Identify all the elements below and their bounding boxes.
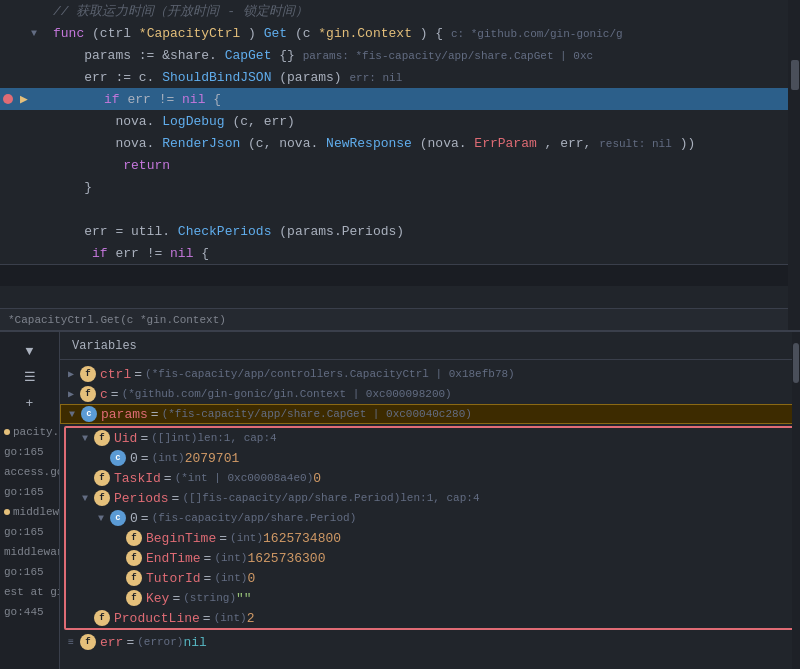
expand-arrow[interactable]: ▼ — [98, 513, 110, 524]
variable-row-ctrl[interactable]: ▶ f ctrl = (*fis-capacity/app/controller… — [60, 364, 800, 384]
var-type-icon: c — [110, 510, 126, 526]
variable-row-periods[interactable]: ▼ f Periods = ([]fis-capacity/app/share.… — [66, 488, 794, 508]
variables-content: ▶ f ctrl = (*fis-capacity/app/controller… — [60, 360, 800, 656]
debug-file-item[interactable]: access.go: — [0, 462, 59, 482]
code-content: } — [45, 180, 800, 195]
code-line: return — [0, 154, 800, 176]
expand-arrow[interactable]: ▶ — [68, 388, 80, 400]
variables-header: Variables — [60, 332, 800, 360]
debugger-panel: ▼ ☰ + pacity.go: go:165 access.go: go:16… — [0, 330, 800, 669]
variable-row-periods-0[interactable]: ▼ c 0 = (fis-capacity/app/share.Period) — [66, 508, 794, 528]
code-content: err = util. CheckPeriods (params.Periods… — [45, 224, 800, 239]
code-line-highlighted: ▶ if err != nil { — [0, 88, 800, 110]
debug-file-item[interactable]: est at gin. — [0, 582, 59, 602]
code-line: err = util. CheckPeriods (params.Periods… — [0, 220, 800, 242]
file-dot — [4, 509, 10, 515]
variable-row-params[interactable]: ▼ c params = (*fis-capacity/app/share.Ca… — [60, 404, 800, 424]
code-line: nova. RenderJson (c, nova. NewResponse (… — [0, 132, 800, 154]
code-line — [0, 264, 800, 286]
code-content — [45, 202, 800, 217]
debug-file-item[interactable]: middlewar... — [0, 542, 59, 562]
code-content: return — [45, 158, 800, 173]
var-type-icon: c — [110, 450, 126, 466]
code-content: err := c. ShouldBindJSON (params) err: n… — [45, 70, 800, 85]
debug-file-item[interactable]: go:165 — [0, 562, 59, 582]
code-line: // 获取运力时间（开放时间 - 锁定时间） — [0, 0, 800, 22]
variables-label: Variables — [72, 339, 137, 353]
variable-row-begintime[interactable]: f BeginTime = (int) 1625734800 — [66, 528, 794, 548]
code-content: nova. LogDebug (c, err) — [45, 114, 800, 129]
code-line — [0, 198, 800, 220]
breakpoint-icon[interactable] — [3, 94, 13, 104]
code-line: } — [0, 176, 800, 198]
debug-file-item[interactable]: go:165 — [0, 442, 59, 462]
code-line: if err != nil { — [0, 242, 800, 264]
scrollbar-thumb[interactable] — [793, 343, 799, 383]
code-line: err := c. ShouldBindJSON (params) err: n… — [0, 66, 800, 88]
code-editor: // 获取运力时间（开放时间 - 锁定时间） ▼ func (ctrl *Cap… — [0, 0, 800, 330]
var-type-icon: f — [126, 590, 142, 606]
debug-sidebar: ▼ ☰ + pacity.go: go:165 access.go: go:16… — [0, 332, 60, 669]
var-type-icon: f — [94, 490, 110, 506]
code-line: ▼ func (ctrl *CapacityCtrl ) Get (c *gin… — [0, 22, 800, 44]
code-content: func (ctrl *CapacityCtrl ) Get (c *gin.C… — [45, 26, 800, 41]
debug-file-list: pacity.go: go:165 access.go: go:165 midd… — [0, 422, 59, 669]
code-content: nova. RenderJson (c, nova. NewResponse (… — [45, 136, 800, 151]
variable-row-productline[interactable]: f ProductLine = (int) 2 — [66, 608, 794, 628]
file-dot — [4, 429, 10, 435]
variables-panel: Variables ▶ f ctrl = (*fis-capacity/app/… — [60, 332, 800, 669]
var-type-icon: f — [126, 550, 142, 566]
debug-file-item[interactable]: go:165 — [0, 522, 59, 542]
debug-file-item[interactable]: go:165 — [0, 482, 59, 502]
variable-row-uid[interactable]: ▼ f Uid = ([]int) len:1, cap:4 — [66, 428, 794, 448]
debug-list-btn[interactable]: ☰ — [16, 366, 44, 388]
var-type-icon: f — [80, 386, 96, 402]
debug-file-item[interactable]: go:445 — [0, 602, 59, 622]
variable-row-tutorid[interactable]: f TutorId = (int) 0 — [66, 568, 794, 588]
var-type-icon: f — [126, 530, 142, 546]
variable-row-taskid[interactable]: f TaskId = (*int | 0xc00008a4e0) 0 — [66, 468, 794, 488]
expand-arrow[interactable]: ▼ — [82, 433, 94, 444]
var-type-icon: f — [94, 430, 110, 446]
scrollbar-thumb[interactable] — [791, 60, 799, 90]
var-type-icon: f — [94, 470, 110, 486]
code-content: params := &share. CapGet {} params: *fis… — [45, 48, 800, 63]
var-type-icon: f — [126, 570, 142, 586]
variables-red-section: ▼ f Uid = ([]int) len:1, cap:4 c 0 = (in… — [64, 426, 796, 630]
code-line: nova. LogDebug (c, err) — [0, 110, 800, 132]
variable-row-c[interactable]: ▶ f c = (*github.com/gin-gonic/gin.Conte… — [60, 384, 800, 404]
variable-row-uid-0[interactable]: c 0 = (int) 2079701 — [66, 448, 794, 468]
code-content: if err != nil { — [45, 92, 800, 107]
expand-arrow[interactable]: ▼ — [69, 409, 81, 420]
fold-icon[interactable]: ▼ — [31, 28, 37, 39]
var-type-icon: f — [80, 366, 96, 382]
variables-scrollbar[interactable] — [792, 332, 800, 669]
call-stack-bar: *CapacityCtrl.Get(c *gin.Context) — [0, 308, 800, 330]
debug-file-item[interactable]: middlewar... — [0, 502, 59, 522]
code-content: // 获取运力时间（开放时间 - 锁定时间） — [45, 2, 800, 20]
debug-controls: ▼ ☰ + — [0, 332, 59, 422]
expand-arrow[interactable]: ≡ — [68, 637, 80, 648]
debug-file-item[interactable]: pacity.go: — [0, 422, 59, 442]
expand-arrow[interactable]: ▼ — [82, 493, 94, 504]
current-line-arrow: ▶ — [20, 91, 28, 107]
var-type-icon: c — [81, 406, 97, 422]
variable-row-err[interactable]: ≡ f err = (error) nil — [60, 632, 800, 652]
code-line: params := &share. CapGet {} params: *fis… — [0, 44, 800, 66]
var-type-icon: f — [80, 634, 96, 650]
editor-scrollbar[interactable] — [788, 0, 800, 330]
variable-row-key[interactable]: f Key = (string) "" — [66, 588, 794, 608]
debug-step-down-btn[interactable]: ▼ — [16, 340, 44, 362]
code-content — [45, 270, 800, 282]
call-stack-text: *CapacityCtrl.Get(c *gin.Context) — [8, 314, 226, 326]
code-content: if err != nil { — [45, 246, 800, 261]
line-gutter: ▼ — [0, 26, 45, 40]
variable-row-endtime[interactable]: f EndTime = (int) 1625736300 — [66, 548, 794, 568]
debug-add-btn[interactable]: + — [16, 392, 44, 414]
var-type-icon: f — [94, 610, 110, 626]
expand-arrow[interactable]: ▶ — [68, 368, 80, 380]
